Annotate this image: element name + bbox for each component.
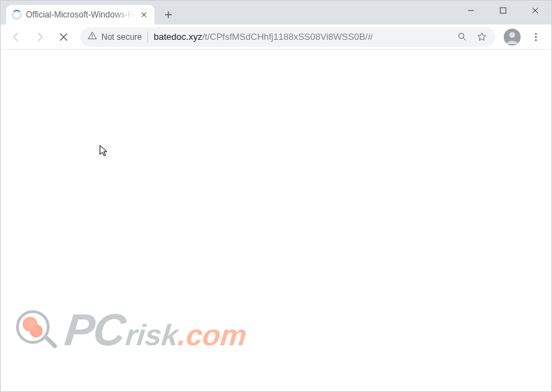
- bookmark-star-icon[interactable]: [474, 30, 488, 44]
- mouse-cursor-icon: [99, 145, 108, 160]
- security-indicator[interactable]: Not secure: [87, 31, 148, 43]
- url-display: batedoc.xyz/t/CPfsfMSdCHhfj1188xSS08Vi8W…: [154, 31, 449, 42]
- svg-point-2: [458, 34, 464, 39]
- tab-title: Official-Microsoft-Windows-Help: [26, 10, 135, 20]
- watermark-pc: PC: [63, 307, 127, 352]
- svg-point-5: [535, 33, 537, 34]
- new-tab-button[interactable]: [159, 5, 178, 24]
- svg-point-7: [535, 39, 537, 41]
- stop-reload-button[interactable]: [52, 27, 75, 48]
- back-button[interactable]: [5, 27, 27, 48]
- watermark-com: .com: [176, 321, 247, 350]
- menu-button[interactable]: [525, 27, 547, 48]
- url-path: /t/CPfsfMSdCHhfj1188xSS08Vi8WSS0B/#: [202, 31, 372, 42]
- tab-close-button[interactable]: [139, 10, 149, 20]
- minimize-button[interactable]: [455, 1, 487, 20]
- svg-point-4: [509, 32, 515, 38]
- tab-strip: Official-Microsoft-Windows-Help: [1, 1, 455, 24]
- titlebar: Official-Microsoft-Windows-Help: [1, 1, 551, 24]
- watermark-risk: risk: [124, 321, 180, 350]
- magnifier-icon: [13, 307, 58, 352]
- svg-point-6: [535, 36, 537, 37]
- url-host: batedoc.xyz: [154, 31, 202, 42]
- svg-point-1: [92, 37, 92, 38]
- forward-button[interactable]: [29, 27, 51, 48]
- security-label: Not secure: [101, 32, 142, 42]
- loading-spinner-icon: [12, 10, 22, 20]
- profile-avatar[interactable]: [501, 27, 523, 48]
- watermark-logo: PC risk .com: [13, 307, 247, 352]
- close-window-button[interactable]: [519, 1, 551, 20]
- window-controls: [455, 1, 551, 24]
- omnibox[interactable]: Not secure batedoc.xyz/t/CPfsfMSdCHhfj11…: [80, 27, 495, 47]
- address-toolbar: Not secure batedoc.xyz/t/CPfsfMSdCHhfj11…: [1, 24, 551, 50]
- zoom-icon[interactable]: [455, 30, 469, 44]
- warning-icon: [87, 31, 97, 43]
- maximize-button[interactable]: [487, 1, 519, 20]
- watermark-text: PC risk .com: [65, 307, 247, 352]
- svg-rect-0: [500, 8, 506, 13]
- browser-tab[interactable]: Official-Microsoft-Windows-Help: [6, 5, 154, 24]
